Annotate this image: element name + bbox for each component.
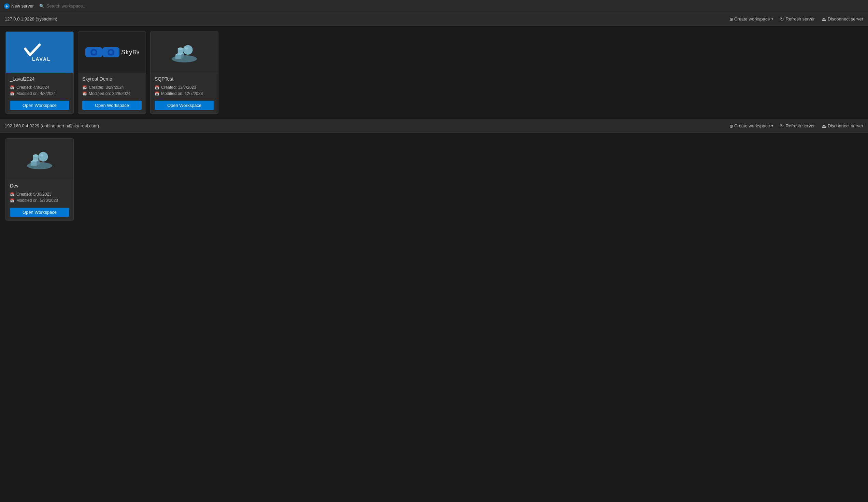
open-workspace-button-sqptest[interactable]: Open Workspace bbox=[155, 101, 214, 110]
workspace-modified-dev: 📅 Modified on: 5/30/2023 bbox=[10, 198, 69, 203]
workspace-card-dev: Dev 📅 Created: 5/30/2023 📅 Modified on: … bbox=[6, 138, 74, 221]
workspace-created-sqptest: 📅 Created: 12/7/2023 bbox=[155, 85, 214, 90]
svg-rect-23 bbox=[31, 162, 37, 166]
workspace-created-label-laval2024: Created: 4/8/2024 bbox=[17, 85, 49, 90]
workspace-grid-1: LAVAL VIRTUAL _Laval2024 📅 Created: 4/8/… bbox=[0, 26, 868, 119]
new-server-button[interactable]: + New server bbox=[4, 3, 34, 9]
workspace-modified-laval2024: 📅 Modified on: 4/8/2024 bbox=[10, 91, 69, 96]
objects-3d-container-sqptest bbox=[151, 32, 218, 73]
open-workspace-button-skyreal-demo[interactable]: Open Workspace bbox=[82, 101, 142, 110]
create-workspace-icon-2: ⊕ bbox=[730, 123, 734, 129]
workspace-modified-label-sqptest: Modified on: 12/7/2023 bbox=[161, 91, 203, 96]
workspace-name-sqptest: SQPTest bbox=[155, 76, 214, 82]
workspace-grid-2: Dev 📅 Created: 5/30/2023 📅 Modified on: … bbox=[0, 133, 868, 226]
calendar-icon-modified-laval2024: 📅 bbox=[10, 92, 15, 96]
disconnect-server-icon-2: ⏏ bbox=[822, 123, 826, 129]
workspace-created-dev: 📅 Created: 5/30/2023 bbox=[10, 192, 69, 197]
new-server-plus-icon: + bbox=[4, 3, 10, 9]
laval-logo-svg: LAVAL VIRTUAL bbox=[19, 42, 60, 62]
disconnect-server-label-2: Disconnect server bbox=[828, 123, 863, 129]
workspace-modified-sqptest: 📅 Modified on: 12/7/2023 bbox=[155, 91, 214, 96]
workspace-created-label-dev: Created: 5/30/2023 bbox=[17, 192, 52, 197]
create-workspace-label-1: Create workspace bbox=[734, 17, 770, 21]
svg-rect-15 bbox=[175, 55, 182, 59]
new-server-label: New server bbox=[11, 3, 34, 9]
svg-point-13 bbox=[183, 45, 193, 55]
workspace-thumbnail-skyreal-demo: SkyReal bbox=[78, 32, 146, 73]
refresh-server-label-2: Refresh server bbox=[786, 123, 815, 129]
create-workspace-label-2: Create workspace bbox=[734, 123, 770, 129]
search-input[interactable] bbox=[46, 3, 108, 9]
create-workspace-button-1[interactable]: ⊕ Create workspace ▾ bbox=[730, 17, 773, 22]
workspace-meta-laval2024: 📅 Created: 4/8/2024 📅 Modified on: 4/8/2… bbox=[10, 85, 69, 96]
create-workspace-dropdown-icon-1: ▾ bbox=[772, 17, 773, 21]
workspace-name-dev: Dev bbox=[10, 183, 69, 188]
objects-3d-svg-sqptest bbox=[169, 40, 200, 64]
workspace-card-body-skyreal-demo: Skyreal Demo 📅 Created: 3/29/2024 📅 Modi… bbox=[78, 73, 146, 113]
calendar-icon-created-dev: 📅 bbox=[10, 192, 15, 197]
svg-point-12 bbox=[178, 48, 183, 50]
workspace-card-body-laval2024: _Laval2024 📅 Created: 4/8/2024 📅 Modifie… bbox=[6, 73, 73, 113]
server-section-1: 127.0.0.1:9228 (sysadmin) ⊕ Create works… bbox=[0, 12, 868, 119]
workspace-modified-label-skyreal-demo: Modified on: 3/29/2024 bbox=[89, 91, 131, 96]
server-address-2: 192.168.0.4:9229 (oubine.perrin@sky-real… bbox=[5, 123, 99, 129]
svg-point-21 bbox=[39, 152, 48, 162]
calendar-icon-modified-sqptest: 📅 bbox=[155, 92, 159, 96]
workspace-card-skyreal-demo: SkyReal Skyreal Demo 📅 Created: 3/29/202… bbox=[78, 31, 146, 114]
objects-3d-container-dev bbox=[6, 139, 73, 180]
calendar-icon-created-laval2024: 📅 bbox=[10, 85, 15, 90]
create-workspace-button-2[interactable]: ⊕ Create workspace ▾ bbox=[730, 123, 773, 129]
search-icon: 🔍 bbox=[39, 4, 44, 9]
laval-logo-container: LAVAL VIRTUAL bbox=[6, 32, 73, 73]
svg-point-14 bbox=[185, 47, 188, 50]
server-header-1: 127.0.0.1:9228 (sysadmin) ⊕ Create works… bbox=[0, 12, 868, 26]
refresh-server-button-2[interactable]: ↻ Refresh server bbox=[780, 123, 815, 129]
workspace-modified-label-dev: Modified on: 5/30/2023 bbox=[17, 198, 58, 203]
workspace-meta-dev: 📅 Created: 5/30/2023 📅 Modified on: 5/30… bbox=[10, 192, 69, 203]
disconnect-server-icon-1: ⏏ bbox=[822, 17, 826, 22]
svg-text:SkyReal: SkyReal bbox=[121, 49, 139, 56]
workspace-card-body-sqptest: SQPTest 📅 Created: 12/7/2023 📅 Modified … bbox=[151, 73, 218, 113]
svg-point-4 bbox=[92, 51, 95, 54]
workspace-created-label-skyreal-demo: Created: 3/29/2024 bbox=[89, 85, 124, 90]
calendar-icon-modified-skyreal-demo: 📅 bbox=[82, 92, 87, 96]
calendar-icon-modified-dev: 📅 bbox=[10, 198, 15, 203]
workspace-name-laval2024: _Laval2024 bbox=[10, 76, 69, 82]
svg-point-22 bbox=[41, 154, 44, 156]
workspace-card-body-dev: Dev 📅 Created: 5/30/2023 📅 Modified on: … bbox=[6, 180, 73, 220]
workspace-modified-label-laval2024: Modified on: 4/8/2024 bbox=[17, 91, 56, 96]
server-actions-2: ⊕ Create workspace ▾ ↻ Refresh server ⏏ … bbox=[730, 123, 863, 129]
server-address-1: 127.0.0.1:9228 (sysadmin) bbox=[5, 17, 57, 21]
refresh-server-icon-1: ↻ bbox=[780, 17, 784, 22]
workspace-thumbnail-laval2024: LAVAL VIRTUAL bbox=[6, 32, 73, 73]
skyreal-logo-container: SkyReal bbox=[78, 32, 146, 73]
disconnect-server-label-1: Disconnect server bbox=[828, 17, 863, 21]
calendar-icon-created-sqptest: 📅 bbox=[155, 85, 159, 90]
disconnect-server-button-2[interactable]: ⏏ Disconnect server bbox=[822, 123, 863, 129]
refresh-server-button-1[interactable]: ↻ Refresh server bbox=[780, 17, 815, 22]
disconnect-server-button-1[interactable]: ⏏ Disconnect server bbox=[822, 17, 863, 22]
open-workspace-button-dev[interactable]: Open Workspace bbox=[10, 208, 69, 217]
top-bar: + New server 🔍 bbox=[0, 0, 868, 12]
search-container: 🔍 bbox=[39, 3, 108, 9]
server-section-2: 192.168.0.4:9229 (oubine.perrin@sky-real… bbox=[0, 119, 868, 226]
workspace-card-laval2024: LAVAL VIRTUAL _Laval2024 📅 Created: 4/8/… bbox=[6, 31, 74, 114]
workspace-created-skyreal-demo: 📅 Created: 3/29/2024 bbox=[82, 85, 142, 90]
workspace-modified-skyreal-demo: 📅 Modified on: 3/29/2024 bbox=[82, 91, 142, 96]
open-workspace-button-laval2024[interactable]: Open Workspace bbox=[10, 101, 69, 110]
workspace-meta-sqptest: 📅 Created: 12/7/2023 📅 Modified on: 12/7… bbox=[155, 85, 214, 96]
workspace-card-sqptest: SQPTest 📅 Created: 12/7/2023 📅 Modified … bbox=[150, 31, 218, 114]
workspace-thumbnail-dev bbox=[6, 139, 73, 180]
refresh-server-icon-2: ↻ bbox=[780, 123, 784, 129]
skyreal-logo-svg: SkyReal bbox=[85, 42, 139, 62]
workspace-name-skyreal-demo: Skyreal Demo bbox=[82, 76, 142, 82]
svg-point-7 bbox=[109, 51, 113, 54]
server-2-workspaces: Dev 📅 Created: 5/30/2023 📅 Modified on: … bbox=[0, 133, 868, 226]
server-header-2: 192.168.0.4:9229 (oubine.perrin@sky-real… bbox=[0, 119, 868, 133]
svg-text:VIRTUAL: VIRTUAL bbox=[29, 62, 45, 62]
workspace-created-laval2024: 📅 Created: 4/8/2024 bbox=[10, 85, 69, 90]
refresh-server-label-1: Refresh server bbox=[786, 17, 815, 21]
create-workspace-dropdown-icon-2: ▾ bbox=[772, 124, 773, 128]
server-1-workspaces: LAVAL VIRTUAL _Laval2024 📅 Created: 4/8/… bbox=[0, 26, 868, 119]
server-actions-1: ⊕ Create workspace ▾ ↻ Refresh server ⏏ … bbox=[730, 17, 863, 22]
